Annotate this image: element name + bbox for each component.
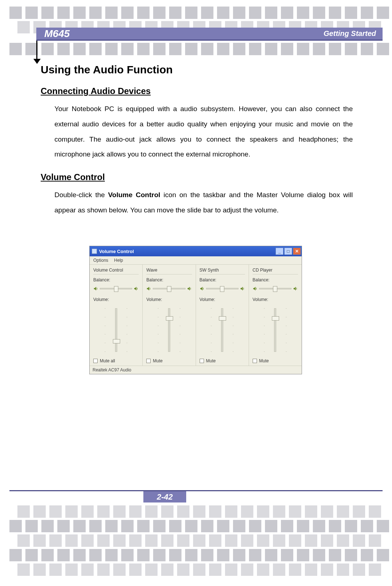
speaker-right-icon	[240, 286, 245, 291]
mixer-channel: CD PlayerBalance:Volume:------------Mute	[249, 265, 302, 366]
speaker-right-icon	[293, 286, 298, 291]
speaker-right-icon	[187, 286, 192, 291]
balance-slider[interactable]	[153, 288, 185, 289]
speaker-right-icon	[134, 286, 139, 291]
minimize-button[interactable]: _	[275, 248, 283, 255]
mute-label: Mute	[206, 358, 216, 363]
mixer-channel: WaveBalance:Volume:------------Mute	[143, 265, 196, 366]
mixer-channel: Volume ControlBalance:Volume:-----------…	[90, 265, 143, 366]
pointer-arrow-icon	[33, 59, 41, 64]
model-label: M645	[44, 28, 70, 40]
header-bar: M645 Getting Started	[36, 28, 383, 41]
speaker-left-icon	[93, 286, 98, 291]
footer-rule	[9, 490, 383, 491]
channel-title: CD Player	[253, 268, 298, 273]
speaker-left-icon	[200, 286, 205, 291]
mute-label: Mute all	[100, 358, 115, 363]
close-button[interactable]: ✕	[293, 248, 301, 255]
mute-checkbox[interactable]	[93, 359, 98, 363]
volume-label: Volume:	[93, 297, 139, 302]
balance-label: Balance:	[253, 277, 298, 282]
subheading-volume: Volume Control	[41, 172, 353, 182]
mute-checkbox[interactable]	[253, 359, 257, 363]
balance-slider[interactable]	[259, 288, 291, 289]
balance-label: Balance:	[93, 277, 139, 282]
balance-slider[interactable]	[100, 288, 132, 289]
paragraph-volume-pre: Double-click the	[54, 191, 108, 199]
balance-label: Balance:	[200, 277, 245, 282]
mixer-channel: SW SynthBalance:Volume:------------Mute	[196, 265, 249, 366]
volume-label: Volume:	[146, 297, 192, 302]
speaker-left-icon	[253, 286, 258, 291]
volume-label: Volume:	[200, 297, 245, 302]
volume-slider[interactable]	[115, 308, 117, 352]
dialog-menubar: Options Help	[90, 256, 302, 265]
volume-slider[interactable]	[168, 308, 170, 352]
page-title: Using the Audio Function	[41, 64, 353, 76]
mute-checkbox[interactable]	[200, 359, 204, 363]
mute-label: Mute	[153, 358, 163, 363]
subheading-connecting: Connecting Audio Devices	[41, 86, 353, 96]
maximize-button[interactable]: □	[284, 248, 292, 255]
channel-title: SW Synth	[200, 268, 245, 273]
volume-label: Volume:	[253, 297, 298, 302]
page-number: 2-42	[143, 490, 186, 502]
balance-label: Balance:	[146, 277, 192, 282]
paragraph-volume: Double-click the Volume Control icon on …	[54, 187, 353, 218]
volume-control-dialog: Volume Control _ □ ✕ Options Help Volume…	[89, 246, 302, 374]
channel-title: Volume Control	[93, 268, 139, 273]
volume-slider[interactable]	[221, 308, 223, 352]
channel-title: Wave	[146, 268, 192, 273]
section-label: Getting Started	[324, 29, 376, 38]
paragraph-volume-bold: Volume Control	[108, 191, 160, 199]
speaker-left-icon	[146, 286, 151, 291]
volume-slider[interactable]	[274, 308, 276, 352]
menu-help[interactable]: Help	[114, 258, 123, 263]
dialog-titlebar[interactable]: Volume Control _ □ ✕	[90, 246, 302, 256]
menu-options[interactable]: Options	[93, 258, 108, 263]
mute-checkbox[interactable]	[146, 359, 151, 363]
balance-slider[interactable]	[206, 288, 238, 289]
dialog-status: Realtek AC97 Audio	[90, 366, 302, 374]
dialog-title: Volume Control	[99, 249, 134, 254]
mute-label: Mute	[259, 358, 269, 363]
pointer-line	[36, 41, 37, 61]
paragraph-connecting: Your Notebook PC is equipped with a audi…	[54, 101, 353, 162]
app-icon	[92, 249, 97, 254]
